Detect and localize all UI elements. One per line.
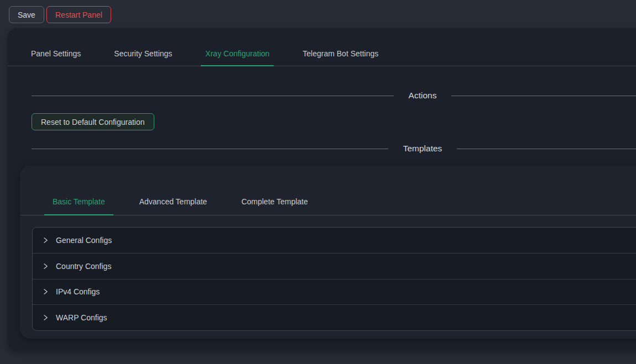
- settings-card: Panel Settings Security Settings Xray Co…: [8, 28, 636, 351]
- accordion-label: IPv4 Configs: [56, 287, 100, 296]
- top-action-bar: Save Restart Panel: [0, 0, 636, 28]
- accordion-label: General Configs: [56, 236, 112, 245]
- chevron-right-icon: [42, 263, 49, 270]
- config-accordion: General Configs Country Configs IPv4 Con…: [32, 227, 636, 331]
- accordion-header-country-configs[interactable]: Country Configs: [33, 254, 636, 279]
- settings-tabbar: Panel Settings Security Settings Xray Co…: [8, 28, 636, 66]
- accordion-header-general-configs[interactable]: General Configs: [33, 228, 636, 253]
- tab-advanced-template[interactable]: Advanced Template: [131, 197, 216, 215]
- restart-panel-button[interactable]: Restart Panel: [46, 6, 111, 23]
- actions-divider: Actions: [32, 89, 636, 102]
- accordion-item-general-configs: General Configs: [33, 228, 636, 253]
- templates-card: Basic Template Advanced Template Complet…: [20, 166, 636, 339]
- divider-line: [32, 149, 388, 149]
- tab-basic-template[interactable]: Basic Template: [44, 197, 113, 215]
- accordion-header-warp-configs[interactable]: WARP Configs: [33, 305, 636, 330]
- templates-divider: Templates: [32, 143, 636, 155]
- divider-line: [457, 149, 636, 149]
- accordion-item-country-configs: Country Configs: [33, 253, 636, 279]
- accordion-item-ipv4-configs: IPv4 Configs: [33, 279, 636, 305]
- tab-panel-settings[interactable]: Panel Settings: [31, 49, 81, 66]
- tab-complete-template[interactable]: Complete Template: [233, 197, 316, 215]
- templates-divider-label: Templates: [403, 144, 442, 154]
- template-tabbar: Basic Template Advanced Template Complet…: [20, 166, 636, 215]
- accordion-label: WARP Configs: [56, 313, 107, 322]
- accordion-header-ipv4-configs[interactable]: IPv4 Configs: [33, 279, 636, 305]
- chevron-right-icon: [42, 288, 49, 295]
- divider-line: [451, 96, 636, 96]
- tab-xray-configuration[interactable]: Xray Configuration: [205, 49, 269, 66]
- divider-line: [32, 96, 394, 96]
- tab-security-settings[interactable]: Security Settings: [114, 49, 172, 66]
- accordion-item-warp-configs: WARP Configs: [33, 304, 636, 330]
- chevron-right-icon: [42, 237, 49, 244]
- tab-telegram-bot-settings[interactable]: Telegram Bot Settings: [303, 49, 378, 66]
- accordion-label: Country Configs: [56, 262, 111, 271]
- actions-divider-label: Actions: [409, 91, 437, 101]
- reset-default-configuration-button[interactable]: Reset to Default Configuration: [32, 113, 154, 130]
- save-button[interactable]: Save: [9, 6, 44, 23]
- chevron-right-icon: [42, 314, 49, 321]
